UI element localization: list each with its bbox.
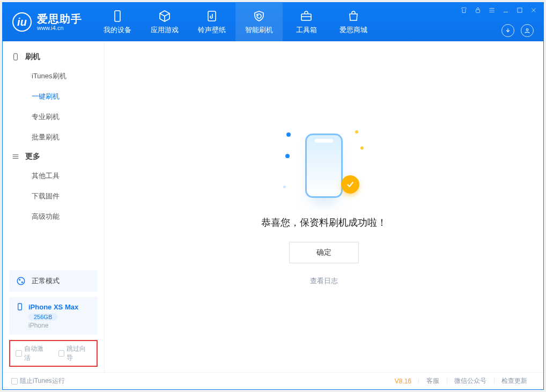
version-label: V8.16 [395,378,419,385]
sidebar-item-batch-flash[interactable]: 批量刷机 [3,127,104,147]
sidebar-item-advanced[interactable]: 高级功能 [3,206,104,227]
svg-rect-1 [208,11,216,21]
nav-apps[interactable]: 应用游戏 [141,3,188,41]
user-circle-icon[interactable] [521,24,534,37]
sidebar-item-other-tools[interactable]: 其他工具 [3,166,104,186]
nav-ringtones[interactable]: 铃声壁纸 [188,3,235,41]
ok-button[interactable]: 确定 [289,242,359,263]
app-window: iu 爱思助手 www.i4.cn 我的设备 应用游戏 铃声壁纸 智能刷机 [2,2,544,390]
titlebar: iu 爱思助手 www.i4.cn 我的设备 应用游戏 铃声壁纸 智能刷机 [3,3,543,41]
sidebar-item-pro-flash[interactable]: 专业刷机 [3,107,104,127]
close-icon[interactable] [529,6,538,14]
nav-label: 我的设备 [104,25,131,35]
section-more-head[interactable]: 更多 [3,147,104,166]
mode-label: 正常模式 [32,276,60,286]
download-circle-icon[interactable] [501,24,514,37]
view-log-link[interactable]: 查看日志 [310,276,338,286]
checkbox-block-itunes[interactable]: 阻止iTunes运行 [11,376,65,386]
svg-rect-4 [518,8,522,12]
mode-icon [16,276,26,286]
highlighted-checkbox-row: 自动激活 跳过向导 [9,340,98,367]
checkbox-icon [11,378,18,384]
status-bar: 阻止iTunes运行 V8.16 客服 微信公众号 检查更新 [3,372,543,389]
sidebar-bottom: 正常模式 iPhone XS Max 256GB iPhone 自动激活 [3,265,104,372]
checkbox-label: 自动激活 [24,344,49,363]
sparkle-icon [355,130,358,134]
brand-logo-icon: iu [12,12,32,32]
lock-icon[interactable] [474,6,482,14]
sparkle-icon [286,132,291,137]
checkmark-badge-icon [341,175,359,194]
list-icon [11,152,20,161]
phone-illustration-icon [305,134,343,198]
device-card[interactable]: iPhone XS Max 256GB iPhone [9,297,98,335]
sidebar-scroll: 刷机 iTunes刷机 一键刷机 专业刷机 批量刷机 更多 其他工具 下载固件 … [3,41,104,265]
nav-label: 爱思商城 [340,25,367,35]
main-panel: 恭喜您，保资料刷机成功啦！ 确定 查看日志 [105,41,543,372]
svg-rect-2 [301,14,311,20]
sidebar-item-oneclick-flash[interactable]: 一键刷机 [3,86,104,107]
nav-flash[interactable]: 智能刷机 [235,3,283,41]
menu-icon[interactable] [488,6,496,14]
tshirt-icon[interactable] [460,6,468,14]
sidebar-item-download-firmware[interactable]: 下载固件 [3,186,104,206]
refresh-shield-icon [252,9,266,23]
svg-rect-3 [476,10,480,13]
body: 刷机 iTunes刷机 一键刷机 专业刷机 批量刷机 更多 其他工具 下载固件 … [3,41,543,372]
svg-point-9 [21,282,23,283]
svg-rect-10 [18,304,22,310]
nav-label: 智能刷机 [245,25,273,35]
top-nav: 我的设备 应用游戏 铃声壁纸 智能刷机 工具箱 爱思商城 [94,3,377,41]
checkbox-label: 阻止iTunes运行 [20,376,65,386]
svg-point-5 [526,29,528,31]
section-flash-head[interactable]: 刷机 [3,48,104,66]
checkbox-skip-guide[interactable]: 跳过向导 [58,344,92,363]
checkbox-icon [16,350,22,357]
nav-toolbox[interactable]: 工具箱 [283,3,330,41]
status-link-support[interactable]: 客服 [419,376,447,386]
status-link-update[interactable]: 检查更新 [494,376,535,386]
nav-my-device[interactable]: 我的设备 [94,3,141,41]
titlebar-circle-buttons [501,24,534,37]
phone-icon [110,9,124,23]
device-storage-badge: 256GB [28,313,57,321]
brand-name: 爱思助手 [37,13,82,25]
music-file-icon [205,9,219,23]
sparkle-icon [285,154,290,158]
window-controls [460,6,538,14]
section-title: 更多 [25,152,40,161]
sparkle-icon [360,146,364,150]
brand: iu 爱思助手 www.i4.cn [3,3,92,41]
nav-label: 铃声壁纸 [198,25,226,35]
svg-point-8 [19,279,20,280]
sidebar-item-itunes-flash[interactable]: iTunes刷机 [3,66,104,86]
brand-text: 爱思助手 www.i4.cn [37,13,82,31]
device-type: iPhone [28,322,91,329]
toolbox-icon [299,9,313,23]
svg-rect-0 [115,11,120,21]
checkbox-auto-activate[interactable]: 自动激活 [16,344,49,363]
minimize-icon[interactable] [501,6,510,14]
status-link-wechat[interactable]: 微信公众号 [447,376,494,386]
cube-icon [158,9,172,23]
sidebar: 刷机 iTunes刷机 一键刷机 专业刷机 批量刷机 更多 其他工具 下载固件 … [3,41,105,372]
checkbox-icon [58,350,65,357]
device-name: iPhone XS Max [28,303,78,311]
mode-card[interactable]: 正常模式 [9,270,98,292]
section-title: 刷机 [25,52,40,62]
nav-store[interactable]: 爱思商城 [330,3,377,41]
svg-point-7 [17,277,25,285]
checkbox-label: 跳过向导 [67,344,91,363]
bag-icon [346,9,360,23]
success-message: 恭喜您，保资料刷机成功啦！ [261,216,387,229]
success-illustration [286,128,361,203]
device-phone-icon [16,302,24,311]
svg-rect-6 [14,54,18,60]
nav-label: 应用游戏 [151,25,179,35]
brand-url: www.i4.cn [37,25,82,31]
nav-label: 工具箱 [296,25,317,35]
sparkle-icon [283,186,286,188]
device-icon [11,53,20,61]
maximize-icon[interactable] [515,6,524,14]
